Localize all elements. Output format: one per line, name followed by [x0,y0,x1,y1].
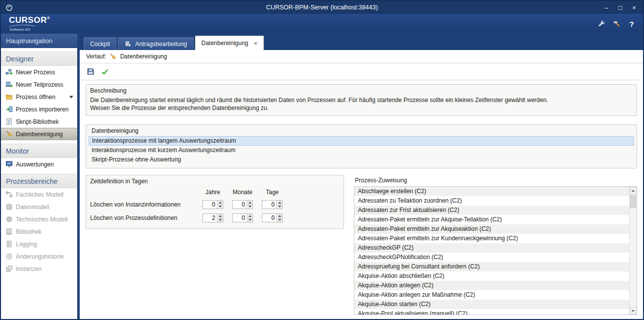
validate-button[interactable] [99,65,111,78]
brand-subtitle: Software AG [9,28,50,32]
spinner-down-button[interactable] [217,218,223,222]
new-process-icon [5,68,13,76]
spinner-löschen-von-prozessdefinitionen-monate [232,213,253,222]
tab-cockpit[interactable]: Cockpit [84,37,116,50]
zuweisung-scrollbar[interactable] [629,187,637,315]
close-button[interactable]: × [629,4,639,11]
tab-datenbereinigung[interactable]: Datenbereinigung× [195,36,264,50]
minimize-button[interactable]: – [601,4,611,11]
sidebar-item-prozess-öffnen[interactable]: Prozess öffnen [1,91,77,103]
zuweisung-list-item[interactable]: Adressaten zu Teilaktion zuordnen (C2) [354,196,629,206]
sidebar-item-label: Logging [16,241,37,248]
instances-icon [5,265,13,273]
sidebar-item-instanzen[interactable]: Instanzen [1,263,77,275]
zuweisung-list-item[interactable]: Akquise-Aktion anlegen zur Maßnahme (C2) [354,290,629,300]
chevron-down-icon[interactable] [69,96,73,99]
sidebar-item-neuer-teilprozess[interactable]: Neuer Teilprozess [1,78,77,91]
sidebar-item-label: Instanzen [16,266,42,272]
sidebar: Hauptnavigation DesignerNeuer ProzessNeu… [1,34,77,319]
tab-label: Cockpit [90,41,110,48]
cleanup-list-item[interactable]: Interaktionsprozesse mit langem Auswertu… [89,136,634,146]
zuweisung-list-item[interactable]: Adressaten-Paket ermitteln zur Kundenrue… [354,234,629,243]
sidebar-item-skript-bibliothek[interactable]: Skript-Bibliothek [1,115,77,128]
save-icon [87,68,95,76]
spinner-down-button[interactable] [277,218,282,222]
sidebar-item-logging[interactable]: Logging [1,238,77,250]
zuweisung-list-item[interactable]: Adressaten-Paket ermitteln zur Akquiseak… [354,224,629,234]
scroll-thumb[interactable] [630,195,636,208]
sidebar-item-label: Auswertungen [16,161,54,168]
toolbar [80,63,643,80]
spinner-down-button[interactable] [247,218,252,222]
scroll-down-button[interactable] [630,307,637,315]
zuweisung-list-item[interactable]: Abschlaege erstellen (C2) [354,187,629,196]
spinner-input[interactable] [233,214,247,222]
sidebar-item-label: Datenbereinigung [16,131,63,138]
sidebar-item-prozess-importieren[interactable]: Prozess importieren [1,103,77,115]
sidebar-item-label: Prozess importieren [16,106,69,113]
open-process-icon [5,93,13,101]
app-header: CURSOR® Software AG ? [1,14,643,34]
sidebar-item-technisches-modell[interactable]: Technisches Modell [1,213,77,225]
tools-icon[interactable] [613,20,621,28]
spinner-input[interactable] [262,201,276,209]
sidebar-section-prozessbereiche: Prozessbereiche [1,174,77,188]
spinner-up-button[interactable] [217,214,223,218]
sidebar-item-datenmodell[interactable]: Datenmodell [1,201,77,213]
spinner-down-button[interactable] [217,205,223,209]
sidebar-item-neuer-prozess[interactable]: Neuer Prozess [1,66,77,78]
spinner-input[interactable] [233,201,247,209]
tab-close-icon[interactable]: × [254,40,258,47]
breadcrumb-item[interactable]: Datenbereinigung [120,53,167,60]
sidebar-section-monitor: Monitor [1,144,77,158]
wrench-icon[interactable] [597,20,605,28]
brand-name: CURSOR® [9,16,50,24]
spinner-up-button[interactable] [247,214,252,218]
zuweisung-list-item[interactable]: Adressaten zur Frist aktualisieren (C2) [354,206,629,215]
zuweisung-list-item[interactable]: Akquise-Pool aktualisieren (manuell) (C2… [354,309,629,315]
sidebar-item-label: Datenmodell [16,204,49,211]
prozess-zuweisung-title: Prozess-Zuweisung [354,175,637,186]
spinner-up-button[interactable] [217,201,223,205]
zuweisung-list-item[interactable]: Akquise-Aktion anlegen (C2) [354,281,629,290]
beschreibung-text-line2: Weisen Sie die Prozesse der entsprechend… [86,104,637,112]
import-process-icon [5,106,13,113]
save-button[interactable] [84,65,97,78]
zuweisung-list-item[interactable]: Akquise-Aktion starten (C2) [354,300,629,309]
sidebar-item-label: Änderungshistorie [16,253,64,260]
spinner-up-button[interactable] [277,214,282,218]
tab-antragsbearbeitung[interactable]: Antragsbearbeitung [118,37,194,50]
zuweisung-list-item[interactable]: Adresspruefung bei Consultant anfordern … [354,262,629,271]
prozess-zuweisung-listbox: Abschlaege erstellen (C2)Adressaten zu T… [354,186,637,315]
spinner-down-button[interactable] [247,205,252,209]
sidebar-item-auswertungen[interactable]: Auswertungen [1,158,77,170]
sidebar-item-fachliches-modell[interactable]: Fachliches Modell [1,188,77,201]
spinner-löschen-von-prozessdefinitionen-jahre [202,213,223,222]
scroll-up-button[interactable] [630,187,637,194]
spinner-up-button[interactable] [277,201,282,205]
spinner-input[interactable] [203,214,217,222]
zuweisung-list-item[interactable]: Adressaten-Paket ermitteln zur Akquise-T… [354,215,629,224]
sidebar-item-datenbereinigung[interactable]: Datenbereinigung [1,128,77,140]
maximize-button[interactable]: □ [615,4,625,11]
cleanup-list-item[interactable]: Skript-Prozesse ohne Auswertung [89,155,634,164]
datenbereinigung-title: Datenbereinigung [88,125,635,136]
sidebar-item-label: Skript-Bibliothek [16,118,59,125]
spinner-löschen-von-prozessdefinitionen-tage [262,213,283,222]
spinner-input[interactable] [203,201,217,209]
zuweisung-list-item[interactable]: AdresscheckGP (C2) [354,243,629,253]
titlebar: CURSOR-BPM-Server (localhost:38443) – □ … [1,1,643,14]
sidebar-item-label: Fachliches Modell [16,191,63,198]
spinner-down-button[interactable] [277,205,282,209]
sidebar-item-änderungshistorie[interactable]: Änderungshistorie [1,250,77,263]
spinner-löschen-von-instanzinformationen-monate [232,200,253,209]
cleanup-list-item[interactable]: Interaktionsprozesse mit kurzem Auswertu… [89,146,634,155]
sidebar-section-designer: Designer [1,52,77,66]
content-panel: Beschreibung Die Datenbereinigung starte… [80,80,643,319]
spinner-input[interactable] [262,214,276,222]
spinner-up-button[interactable] [247,201,252,205]
sidebar-item-bibliothek[interactable]: Bibliothek [1,225,77,238]
help-icon[interactable]: ? [628,20,635,28]
zuweisung-list-item[interactable]: Akquise-Aktion abschließen (C2) [354,271,629,281]
zuweisung-list-item[interactable]: AdresscheckGPNotification (C2) [354,253,629,262]
